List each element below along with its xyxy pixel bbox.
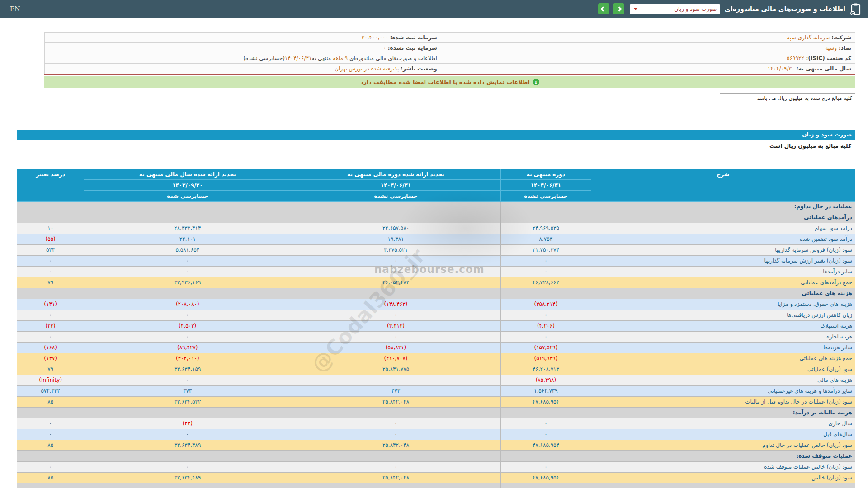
row-value: ۰ [291,429,501,440]
row-value: (۴,۲۰۶) [500,321,591,332]
row-description: درآمد سود سهام [591,223,855,234]
row-value: ۴۶,۲۰۸,۷۱۳ [500,364,591,375]
statement-row: سود (زیان) عملیاتی۴۶,۲۰۸,۷۱۳۲۵,۸۴۱,۷۷۵۳۳… [17,364,855,375]
company-info-row: سال مالی منتهی به: ۱۴۰۴/۰۹/۳۰وضعیت ناشر:… [45,64,855,74]
row-value [291,451,501,462]
row-value: ۰ [500,429,591,440]
row-value: ۲۷۳ [291,386,501,397]
english-language-link[interactable]: EN [10,5,20,13]
row-value: ۴۷,۶۸۵,۹۵۴ [500,473,591,483]
column-audit-restated-period: حسابرسی نشده [291,191,501,202]
company-info-row: کد صنعت (ISIC): ۵۶۹۹۲۲اطلاعات و صورت‌های… [45,53,855,64]
row-percent-change: ۰ [17,429,84,440]
row-value: ۲۵,۸۴۲,۰۴۸ [291,440,501,451]
row-value: ۲۶,۰۵۲,۴۸۲ [291,277,501,288]
chevron-right-icon [617,6,622,11]
row-value: (۳۰۲,۰۱۰) [84,353,291,364]
statement-row: هزینه اجاره۰۰۰۰ [17,332,855,343]
report-type-dropdown[interactable]: صورت سود و زیان [630,4,720,14]
statement-row: هزینه های عملیاتی [17,288,855,299]
row-value [84,202,291,212]
row-description: هزینه مالیات بر درآمد: [591,408,855,418]
row-percent-change: ۰ [17,310,84,321]
row-value: ۳۳,۶۳۴,۴۸۹ [84,440,291,451]
income-statement-section: صورت سود و زیان کلیه مبالغ به میلیون ریا… [17,130,855,488]
topbar: اطلاعات و صورت‌های مالی میاندوره‌ای صورت… [0,0,868,18]
statement-row: عملیات متوقف شده: [17,451,855,462]
statement-row: سایر هزینه‌ها(۱۵۷,۵۲۹)(۵۸,۸۳۱)(۸۹,۴۲۷)(۱… [17,343,855,353]
company-info-row: نماد: وسپهسرمایه ثبت نشده: ۰ [45,43,855,53]
row-percent-change [17,202,84,212]
statement-row: هزینه مالیات بر درآمد: [17,408,855,418]
income-statement-table: شرح دوره منتهی به تجدید ارائه شده دوره م… [17,169,855,488]
row-value: ۰ [291,267,501,277]
statement-row: سایر درآمدها و هزینه های غیرعملیاتی۱,۵۶۲… [17,386,855,397]
row-percent-change: ۰ [17,418,84,429]
row-value: ۰ [84,256,291,267]
statement-row: سود (زیان) فروش سرمایه گذاریها۲۱,۷۵۰,۳۷۴… [17,245,855,256]
statement-row: درآمد سود سهام۲۴,۹۶۹,۵۳۵۲۲,۶۵۷,۵۸۰۲۸,۳۳۲… [17,223,855,234]
row-value: ۵,۵۸۱,۶۵۴ [84,245,291,256]
row-value: (۱۴۸,۴۶۳) [291,299,501,310]
row-percent-change [17,212,84,223]
row-percent-change: ۱۰ [17,223,84,234]
column-date-restated-period: ۱۴۰۳/۰۶/۳۱ [291,180,501,191]
row-value: ۰ [84,267,291,277]
row-value: ۸,۷۵۳ [500,234,591,245]
row-description: سود (زیان) عملیات در حال تداوم قبل از ما… [591,397,855,408]
row-value: ۲۲,۱۰۱ [84,234,291,245]
previous-statement-button[interactable] [598,3,609,14]
chevron-down-icon [633,8,638,10]
row-description: درآمدهای عملیاتی [591,212,855,223]
row-percent-change [17,451,84,462]
row-description: هزینه استهلاک [591,321,855,332]
row-percent-change: ۷۹ [17,364,84,375]
row-value [500,212,591,223]
row-value: (۸۹,۴۲۷) [84,343,291,353]
row-value: ۰ [291,462,501,473]
next-statement-button[interactable] [613,3,624,14]
row-description: سود (زیان) تغییر ارزش سرمایه گذاریها [591,256,855,267]
row-value [500,288,591,299]
company-info-row: شرکت: سرمایه گذاری سپهسرمایه ثبت شده: ۳۰… [45,33,855,43]
column-date-restated-year: ۱۴۰۳/۰۹/۳۰ [84,180,291,191]
row-value: ۱,۵۶۲,۷۳۹ [500,386,591,397]
company-info-cell: شرکت: سرمایه گذاری سپه [634,33,855,43]
row-value: ۳۳,۶۳۴,۴۸۹ [84,473,291,483]
row-percent-change: ۸۵ [17,440,84,451]
row-value: (۵۸,۸۳۱) [291,343,501,353]
column-audit-restated-year: حسابرسی شده [84,191,291,202]
row-value: ۰ [291,256,501,267]
row-value: ۰ [500,332,591,343]
row-value [291,288,501,299]
company-info-cell: اطلاعات و صورت‌های مالی میاندوره‌ای ۹ ما… [45,53,441,64]
row-value: ۲۲,۶۵۷,۵۸۰ [291,223,501,234]
row-description: هزینه های مالی [591,375,855,386]
row-value: ۰ [500,418,591,429]
row-value: ۴۷,۶۸۵,۹۵۴ [500,440,591,451]
row-percent-change: (Infinity) [17,375,84,386]
row-percent-change: ۰ [17,462,84,473]
statement-row [17,483,855,488]
statement-row: هزینه های حقوق، دستمزد و مزایا(۳۵۸,۲۱۴)(… [17,299,855,310]
row-percent-change: (۲۳) [17,321,84,332]
company-info-table: شرکت: سرمایه گذاری سپهسرمایه ثبت شده: ۳۰… [44,32,855,74]
row-value: ۳۳,۹۳۶,۱۶۹ [84,277,291,288]
company-info-spacer-cell [441,33,634,43]
row-value: ۰ [291,375,501,386]
row-value: ۰ [500,462,591,473]
topbar-right-group: اطلاعات و صورت‌های مالی میاندوره‌ای صورت… [598,2,863,16]
statement-row: هزینه های مالی(۸۵,۴۹۸)۰۰(Infinity) [17,375,855,386]
row-value: (۳۵۸,۲۱۴) [500,299,591,310]
row-value: ۰ [500,310,591,321]
company-info-spacer-cell [441,64,634,74]
row-value [84,408,291,418]
signature-match-banner: i اطلاعات نمایش داده شده با اطلاعات امضا… [44,76,855,88]
company-info-spacer-cell [441,53,634,64]
row-value: ۰ [84,310,291,321]
column-header-description: شرح [591,169,855,202]
row-description: عملیات متوقف شده: [591,451,855,462]
company-info-section: شرکت: سرمایه گذاری سپهسرمایه ثبت شده: ۳۰… [44,32,855,103]
row-value: (۱۵۷,۵۲۹) [500,343,591,353]
row-description: سایر درآمدها [591,267,855,277]
